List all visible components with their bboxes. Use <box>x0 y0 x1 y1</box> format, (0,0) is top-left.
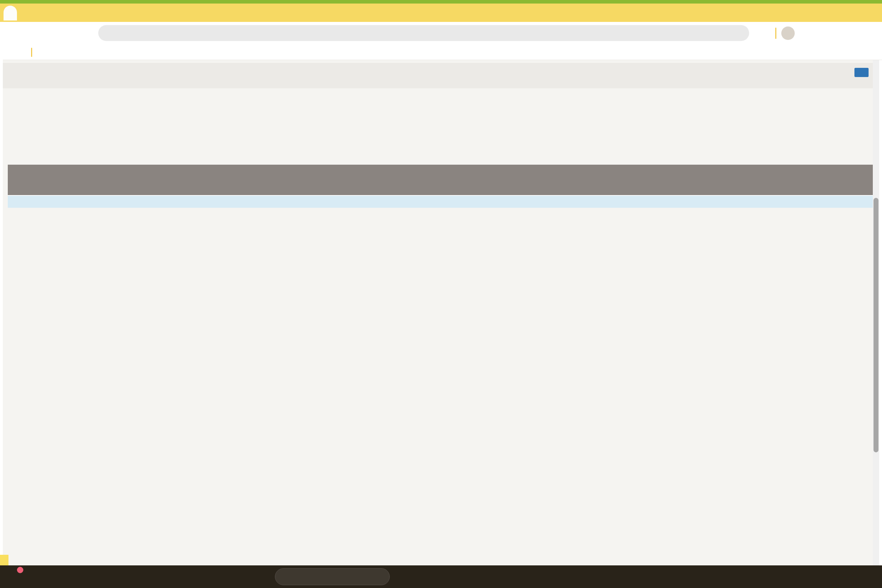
start-button[interactable] <box>257 567 273 586</box>
section-row-actifs[interactable] <box>8 195 874 208</box>
window-top-border <box>0 0 882 3</box>
profile-avatar[interactable] <box>781 27 795 40</box>
bookmarks-bar <box>3 44 882 60</box>
windows-taskbar <box>0 566 882 588</box>
header-band <box>3 63 879 88</box>
browser-tab-bar <box>0 3 882 22</box>
back-button[interactable] <box>8 25 24 41</box>
logout-button[interactable] <box>854 68 868 77</box>
address-bar[interactable] <box>98 25 749 41</box>
activities-panel <box>8 165 874 208</box>
weather-alert-badge <box>16 566 24 574</box>
taskbar-center <box>257 567 392 586</box>
system-tray <box>837 566 877 588</box>
bookmarks-divider <box>31 48 32 57</box>
user-nav-row <box>824 68 868 77</box>
page-content <box>3 60 879 566</box>
taskbar-search[interactable] <box>275 568 390 585</box>
apps-grid-icon[interactable] <box>8 47 18 58</box>
restore-button[interactable] <box>836 5 858 21</box>
close-window-button[interactable] <box>858 5 880 21</box>
screen <box>0 0 882 588</box>
panel-toolbar <box>8 165 874 195</box>
reload-button[interactable] <box>69 25 86 41</box>
new-tab-button[interactable] <box>0 9 13 21</box>
forward-button[interactable] <box>38 25 54 41</box>
scrollbar-thumb[interactable] <box>873 198 879 452</box>
minimize-button[interactable] <box>814 5 836 21</box>
scrollbar-track[interactable] <box>873 60 879 566</box>
status-link-tooltip <box>0 555 9 566</box>
toolbar-divider <box>775 28 776 39</box>
window-controls <box>814 5 880 21</box>
extensions-row <box>756 25 800 41</box>
browser-toolbar <box>3 22 882 44</box>
